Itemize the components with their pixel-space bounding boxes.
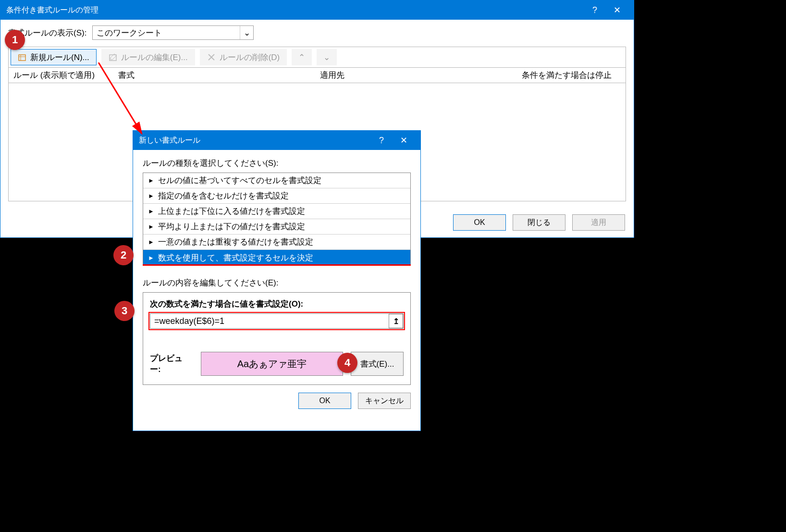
edit-rule-icon [109,53,117,62]
manager-title: 条件付き書式ルールの管理 [6,5,98,15]
rule-type-label: 平均より上または下の値だけを書式設定 [158,221,305,232]
chevron-down-icon: ⌄ [240,26,253,39]
bullet-icon: ► [148,223,154,230]
apply-button[interactable]: 適用 [572,214,625,231]
bullet-icon: ► [148,192,154,199]
bullet-icon: ► [148,208,154,215]
chevron-up-icon: ⌃ [298,52,305,62]
help-button[interactable]: ? [370,131,393,150]
rule-type-2[interactable]: ►上位または下位に入る値だけを書式設定 [143,204,410,219]
newrule-dialog: 新しい書式ルール ? ✕ ルールの種類を選択してください(S): ►セルの値に基… [133,130,421,431]
edit-rule-label: ルールの編集(E)... [121,52,188,63]
rule-type-0[interactable]: ►セルの値に基づいてすべてのセルを書式設定 [143,173,410,188]
preview-row: プレビュー: Aaあぁアァ亜宇 書式(E)... [150,352,404,376]
formula-label: 次の数式を満たす場合に値を書式設定(O): [150,298,404,309]
preview-text: Aaあぁアァ亜宇 [237,358,307,371]
manager-title-bar: 条件付き書式ルールの管理 ? ✕ [0,0,634,20]
preview-label: プレビュー: [150,353,193,375]
move-down-button[interactable]: ⌄ [317,49,337,65]
range-selector-button[interactable]: ↥ [389,314,403,328]
annotation-arrow [94,62,151,139]
rule-types-list: ►セルの値に基づいてすべてのセルを書式設定 ►指定の値を含むセルだけを書式設定 … [143,173,411,266]
svg-line-6 [98,62,142,134]
bullet-icon: ► [148,238,154,246]
move-up-button[interactable]: ⌃ [292,49,312,65]
rule-type-3[interactable]: ►平均より上または下の値だけを書式設定 [143,219,410,235]
new-rule-button[interactable]: 新規ルール(N)... [11,49,97,65]
rule-type-5[interactable]: ►数式を使用して、書式設定するセルを決定 [143,250,410,265]
bullet-icon: ► [148,177,154,184]
annotation-badge-3: 3 [114,301,135,321]
close-button[interactable]: ✕ [393,131,415,150]
chevron-down-icon: ⌄ [323,52,330,62]
type-label: ルールの種類を選択してください(S): [143,158,411,169]
formula-input[interactable] [150,314,389,328]
delete-rule-label: ルールの削除(D) [220,52,280,63]
rule-type-label: セルの値に基づいてすべてのセルを書式設定 [158,175,321,186]
format-button[interactable]: 書式(E)... [351,352,404,376]
new-rule-icon [18,53,26,62]
range-select-icon: ↥ [393,317,399,326]
rule-type-label: 上位または下位に入る値だけを書式設定 [158,206,305,217]
delete-rule-button[interactable]: ルールの削除(D) [200,49,287,65]
close-button[interactable]: ✕ [606,0,628,20]
cancel-button[interactable]: キャンセル [358,393,411,409]
rule-type-4[interactable]: ►一意の値または重複する値だけを書式設定 [143,235,410,250]
rule-type-label: 数式を使用して、書式設定するセルを決定 [158,252,313,263]
rule-type-1[interactable]: ►指定の値を含むセルだけを書式設定 [143,188,410,204]
annotation-badge-2: 2 [113,245,134,265]
col-stop: 条件を満たす場合は停止 [517,70,626,81]
display-select[interactable]: このワークシート ⌄ [92,25,254,40]
newrule-body: ルールの種類を選択してください(S): ►セルの値に基づいてすべてのセルを書式設… [133,150,420,393]
rule-type-label: 指定の値を含むセルだけを書式設定 [158,190,289,201]
svg-rect-0 [19,55,25,61]
newrule-footer: OK キャンセル [133,393,420,417]
preview-box: Aaあぁアァ亜宇 [201,352,343,376]
display-value: このワークシート [97,27,162,38]
formula-input-wrap: ↥ [150,313,404,329]
manager-footer: OK 閉じる 適用 [453,214,625,231]
newrule-title-bar: 新しい書式ルール ? ✕ [133,131,420,150]
close-dialog-button[interactable]: 閉じる [513,214,565,231]
annotation-badge-4: 4 [337,353,357,373]
ok-button[interactable]: OK [453,214,506,231]
new-rule-label: 新規ルール(N)... [30,52,89,63]
col-applies: 適用先 [315,70,517,81]
display-row: 書式ルールの表示(S): このワークシート ⌄ [8,25,626,40]
rule-type-label: 一意の値または重複する値だけを書式設定 [158,236,313,247]
content-label: ルールの内容を編集してください(E): [143,277,411,288]
delete-rule-icon [207,53,216,62]
bullet-icon: ► [148,254,154,261]
ok-button[interactable]: OK [298,393,351,409]
annotation-underline [143,264,411,266]
help-button[interactable]: ? [584,0,606,20]
content-box: 次の数式を満たす場合に値を書式設定(O): ↥ プレビュー: Aaあぁアァ亜宇 … [143,292,411,385]
annotation-badge-1: 1 [5,30,25,50]
